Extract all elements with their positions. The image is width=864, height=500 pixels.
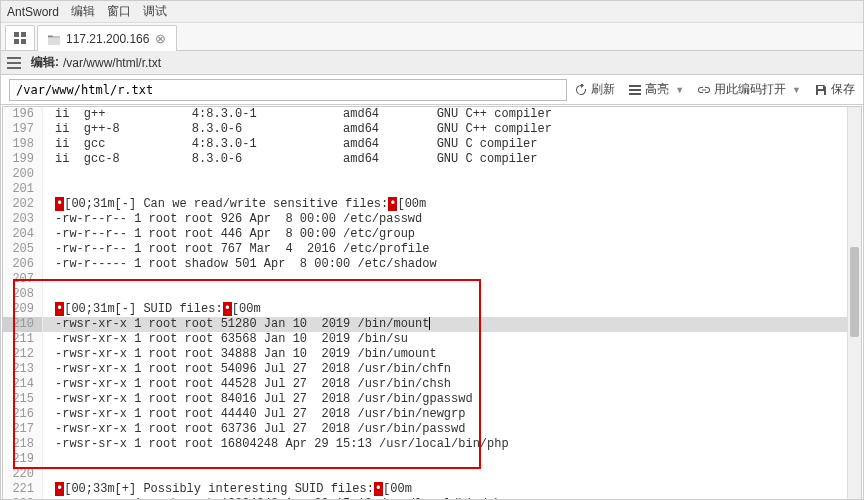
- line-number: 209: [3, 302, 43, 317]
- editor[interactable]: 196ii g++ 4:8.3.0-1 amd64 GNU C++ compil…: [2, 106, 862, 500]
- line-number: 211: [3, 332, 43, 347]
- editor-line[interactable]: 219: [3, 452, 861, 467]
- line-content: •[00;31m[-] Can we read/write sensitive …: [43, 197, 426, 212]
- svg-rect-0: [14, 32, 19, 37]
- editor-line[interactable]: 208: [3, 287, 861, 302]
- line-number: 216: [3, 407, 43, 422]
- editor-line[interactable]: 203-rw-r--r-- 1 root root 926 Apr 8 00:0…: [3, 212, 861, 227]
- svg-rect-7: [629, 85, 641, 87]
- editor-line[interactable]: 200: [3, 167, 861, 182]
- editor-line[interactable]: 220: [3, 467, 861, 482]
- line-number: 221: [3, 482, 43, 497]
- editor-line[interactable]: 209•[00;31m[-] SUID files:•[00m: [3, 302, 861, 317]
- line-content: ii g++ 4:8.3.0-1 amd64 GNU C++ compiler: [43, 107, 552, 122]
- editor-line[interactable]: 214-rwsr-xr-x 1 root root 44528 Jul 27 2…: [3, 377, 861, 392]
- editor-line[interactable]: 217-rwsr-xr-x 1 root root 63736 Jul 27 2…: [3, 422, 861, 437]
- editor-line[interactable]: 215-rwsr-xr-x 1 root root 84016 Jul 27 2…: [3, 392, 861, 407]
- line-content: -rwsr-xr-x 1 root root 44528 Jul 27 2018…: [43, 377, 451, 392]
- editor-line[interactable]: 221•[00;33m[+] Possibly interesting SUID…: [3, 482, 861, 497]
- link-icon: [698, 84, 710, 96]
- line-content: -rwsr-sr-x 1 root root 16804248 Apr 29 1…: [43, 437, 509, 452]
- line-number: 204: [3, 227, 43, 242]
- highlight-button[interactable]: 高亮 ▼: [629, 81, 684, 98]
- tab-label: 117.21.200.166: [66, 32, 149, 46]
- editor-line[interactable]: 206-rw-r----- 1 root shadow 501 Apr 8 00…: [3, 257, 861, 272]
- chevron-down-icon: ▼: [792, 85, 801, 95]
- line-content: -rwsr-xr-x 1 root root 44440 Jul 27 2018…: [43, 407, 465, 422]
- line-number: 196: [3, 107, 43, 122]
- editor-line[interactable]: 202•[00;31m[-] Can we read/write sensiti…: [3, 197, 861, 212]
- line-content: [43, 272, 55, 287]
- line-number: 208: [3, 287, 43, 302]
- editor-line[interactable]: 213-rwsr-xr-x 1 root root 54096 Jul 27 2…: [3, 362, 861, 377]
- tabbar: 117.21.200.166 ⊗: [1, 23, 863, 51]
- line-content: •[00;33m[+] Possibly interesting SUID fi…: [43, 482, 412, 497]
- line-number: 201: [3, 182, 43, 197]
- line-number: 213: [3, 362, 43, 377]
- editor-line[interactable]: 197ii g++-8 8.3.0-6 amd64 GNU C++ compil…: [3, 122, 861, 137]
- svg-rect-8: [629, 89, 641, 91]
- hamburger-icon[interactable]: [7, 57, 21, 69]
- app-title: AntSword: [7, 5, 59, 19]
- folder-icon: [48, 33, 60, 45]
- scrollbar-thumb[interactable]: [850, 247, 859, 337]
- close-icon[interactable]: ⊗: [155, 32, 166, 45]
- line-content: [43, 167, 55, 182]
- path-input[interactable]: [9, 79, 567, 101]
- line-number: 215: [3, 392, 43, 407]
- editor-line[interactable]: 196ii g++ 4:8.3.0-1 amd64 GNU C++ compil…: [3, 107, 861, 122]
- tab-host[interactable]: 117.21.200.166 ⊗: [37, 25, 177, 51]
- editor-line[interactable]: 201: [3, 182, 861, 197]
- editor-line[interactable]: 211-rwsr-xr-x 1 root root 63568 Jan 10 2…: [3, 332, 861, 347]
- menu-debug[interactable]: 调试: [143, 3, 167, 20]
- edit-path: /var/www/html/r.txt: [63, 56, 161, 70]
- line-content: ii g++-8 8.3.0-6 amd64 GNU C++ compiler: [43, 122, 552, 137]
- text-cursor: [429, 317, 430, 330]
- editor-line[interactable]: 218-rwsr-sr-x 1 root root 16804248 Apr 2…: [3, 437, 861, 452]
- editor-line[interactable]: 216-rwsr-xr-x 1 root root 44440 Jul 27 2…: [3, 407, 861, 422]
- home-tab[interactable]: [5, 25, 35, 50]
- line-number: 199: [3, 152, 43, 167]
- menu-window[interactable]: 窗口: [107, 3, 131, 20]
- editor-line[interactable]: 205-rw-r--r-- 1 root root 767 Mar 4 2016…: [3, 242, 861, 257]
- line-content: -rwsr-xr-x 1 root root 34888 Jan 10 2019…: [43, 347, 437, 362]
- editor-line[interactable]: 199ii gcc-8 8.3.0-6 amd64 GNU C compiler: [3, 152, 861, 167]
- line-content: [43, 182, 55, 197]
- line-content: -rwsr-xr-x 1 root root 54096 Jul 27 2018…: [43, 362, 451, 377]
- line-content: -rw-r--r-- 1 root root 926 Apr 8 00:00 /…: [43, 212, 422, 227]
- line-content: [43, 287, 55, 302]
- line-number: 218: [3, 437, 43, 452]
- line-content: [43, 467, 55, 482]
- line-number: 202: [3, 197, 43, 212]
- line-content: -rwsr-xr-x 1 root root 51280 Jan 10 2019…: [43, 317, 430, 332]
- secondary-bar: 编辑: /var/www/html/r.txt: [1, 51, 863, 75]
- line-content: -rwsr-xr-x 1 root root 63736 Jul 27 2018…: [43, 422, 465, 437]
- refresh-button[interactable]: 刷新: [575, 81, 615, 98]
- line-number: 203: [3, 212, 43, 227]
- line-number: 219: [3, 452, 43, 467]
- encoding-button[interactable]: 用此编码打开 ▼: [698, 81, 801, 98]
- editor-line[interactable]: 212-rwsr-xr-x 1 root root 34888 Jan 10 2…: [3, 347, 861, 362]
- grid-icon: [14, 32, 26, 44]
- line-content: -rw-r--r-- 1 root root 446 Apr 8 00:00 /…: [43, 227, 415, 242]
- save-button[interactable]: 保存: [815, 81, 855, 98]
- editor-line[interactable]: 204-rw-r--r-- 1 root root 446 Apr 8 00:0…: [3, 227, 861, 242]
- svg-rect-6: [7, 67, 21, 69]
- line-content: -rwsr-xr-x 1 root root 63568 Jan 10 2019…: [43, 332, 408, 347]
- line-content: -rw-r----- 1 root shadow 501 Apr 8 00:00…: [43, 257, 437, 272]
- scrollbar-vertical[interactable]: [847, 107, 861, 499]
- editor-line[interactable]: 207: [3, 272, 861, 287]
- svg-rect-1: [21, 32, 26, 37]
- editor-line[interactable]: 198ii gcc 4:8.3.0-1 amd64 GNU C compiler: [3, 137, 861, 152]
- menu-edit[interactable]: 编辑: [71, 3, 95, 20]
- svg-rect-9: [629, 93, 641, 95]
- line-number: 220: [3, 467, 43, 482]
- editor-line[interactable]: 210-rwsr-xr-x 1 root root 51280 Jan 10 2…: [3, 317, 861, 332]
- line-content: -rwsr-xr-x 1 root root 84016 Jul 27 2018…: [43, 392, 473, 407]
- menubar: AntSword 编辑 窗口 调试: [1, 1, 863, 23]
- line-number: 197: [3, 122, 43, 137]
- toolbar-actions: 刷新 高亮 ▼ 用此编码打开 ▼ 保存: [575, 81, 855, 98]
- line-number: 214: [3, 377, 43, 392]
- chevron-down-icon: ▼: [675, 85, 684, 95]
- line-content: ii gcc-8 8.3.0-6 amd64 GNU C compiler: [43, 152, 537, 167]
